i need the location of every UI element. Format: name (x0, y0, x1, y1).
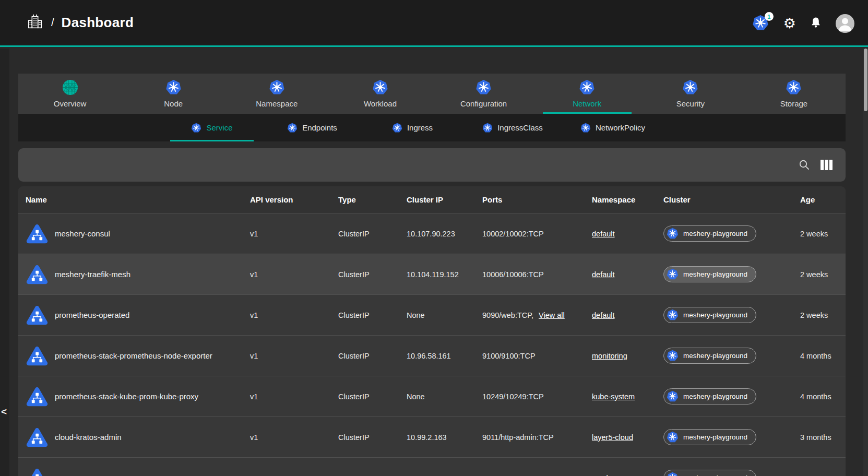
kubernetes-icon (667, 268, 679, 280)
age-cell: 4 months (800, 392, 846, 401)
cluster-chip[interactable]: meshery-playground (663, 388, 756, 404)
subtab-endpoints[interactable]: Endpoints (262, 114, 362, 141)
kubernetes-icon (667, 350, 679, 362)
tab-storage[interactable]: Storage (742, 74, 846, 114)
column-header-name[interactable]: Name (18, 195, 250, 204)
cluster-chip[interactable]: meshery-playground (663, 348, 756, 364)
service-type: ClusterIP (338, 230, 407, 238)
column-header-age[interactable]: Age (800, 195, 846, 204)
tab-workload[interactable]: Workload (328, 74, 432, 114)
column-header-type[interactable]: Type (338, 195, 407, 204)
table-row[interactable]: meshery-traefik-mesh v1 ClusterIP 10.104… (18, 254, 846, 294)
view-all-link[interactable]: View all (539, 311, 565, 319)
table-toolbar (18, 148, 846, 182)
service-type: ClusterIP (338, 392, 407, 401)
kubernetes-icon (482, 123, 493, 133)
cluster-name: meshery-playground (683, 352, 747, 360)
cluster-ip: None (407, 392, 482, 401)
table-row[interactable]: prometheus-stack-kube-prom-kube-proxy v1… (18, 376, 846, 416)
service-icon (26, 264, 49, 285)
service-name: meshery-traefik-mesh (55, 270, 130, 279)
cluster-name: meshery-playground (683, 392, 747, 400)
kubernetes-icon (372, 79, 388, 96)
subtab-ingress[interactable]: Ingress (362, 114, 462, 141)
table-row[interactable]: prometheus-stack-prometheus-node-exporte… (18, 335, 846, 376)
service-icon (26, 305, 49, 326)
kubernetes-icon (287, 123, 298, 133)
service-name: meshery-consul (55, 229, 110, 238)
namespace-link[interactable]: default (592, 230, 615, 238)
service-icon (26, 468, 49, 476)
subtab-ingressclass[interactable]: IngressClass (462, 114, 563, 141)
table-row[interactable]: meshery-consul v1 ClusterIP 10.107.90.22… (18, 213, 846, 254)
ports-cell: 9090/web:TCP,View all (482, 311, 592, 319)
tab-namespace[interactable]: Namespace (225, 74, 328, 114)
service-type: ClusterIP (338, 311, 407, 319)
kubernetes-icon (667, 390, 679, 402)
table-row[interactable]: prometheus-operated v1 ClusterIP None 90… (18, 294, 846, 335)
kubernetes-icon (667, 472, 679, 476)
service-icon (26, 427, 49, 448)
kubernetes-icon (392, 123, 402, 133)
cluster-name: meshery-playground (683, 433, 747, 441)
namespace-link[interactable]: meshery (592, 474, 621, 476)
subtab-service[interactable]: Service (162, 114, 262, 141)
table-row[interactable]: cloud-kratos-admin v1 ClusterIP 10.99.2.… (18, 416, 846, 457)
namespace-link[interactable]: kube-system (592, 392, 635, 401)
cluster-ip: 10.99.2.163 (407, 433, 482, 442)
ports-cell: 9011/http-admin:TCP (482, 433, 592, 442)
column-header-ports[interactable]: Ports (482, 195, 592, 204)
kubernetes-icon (269, 79, 285, 96)
kubernetes-icon (667, 431, 679, 443)
kubernetes-icon (667, 228, 679, 240)
scrollbar-thumb[interactable] (864, 49, 867, 111)
kubernetes-icon (579, 79, 595, 96)
search-icon[interactable] (798, 159, 811, 172)
cluster-chip[interactable]: meshery-playground (663, 429, 756, 445)
age-cell: 3 months (800, 433, 846, 442)
subtab-networkpolicy[interactable]: NetworkPolicy (563, 114, 663, 141)
namespace-link[interactable]: default (592, 311, 615, 319)
namespace-link[interactable]: monitoring (592, 352, 627, 360)
column-header-namespace[interactable]: Namespace (592, 195, 663, 204)
cluster-chip[interactable]: meshery-playground (663, 307, 756, 323)
kubernetes-icon (682, 79, 698, 96)
cluster-chip[interactable]: meshery-playground (663, 470, 756, 476)
tab-network[interactable]: Network (536, 74, 639, 114)
ports-value: 10249/10249:TCP (482, 392, 544, 401)
tab-security[interactable]: Security (639, 74, 742, 114)
ports-value: 10002/10002:TCP (482, 230, 544, 238)
ports-cell: 10002/10002:TCP (482, 230, 592, 238)
kubernetes-icon (786, 79, 802, 96)
collapse-chevron-icon[interactable]: < (1, 406, 7, 418)
cluster-ip: 10.107.90.223 (407, 230, 482, 238)
cluster-ip: 10.96.58.161 (407, 352, 482, 360)
cluster-chip[interactable]: meshery-playground (663, 266, 756, 282)
api-version: v1 (250, 230, 338, 238)
table-row[interactable]: meshery meshery-playground (18, 457, 846, 476)
service-type: ClusterIP (338, 270, 407, 279)
cluster-ip: 10.104.119.152 (407, 270, 482, 279)
tab-node[interactable]: Node (122, 74, 225, 114)
api-version: v1 (250, 392, 338, 401)
kubernetes-icon (191, 123, 201, 133)
namespace-link[interactable]: layer5-cloud (592, 433, 633, 442)
api-version: v1 (250, 311, 338, 319)
ports-cell: 9100/9100:TCP (482, 352, 592, 360)
tab-configuration[interactable]: Configuration (432, 74, 536, 114)
meshery-icon (62, 79, 78, 96)
service-type: ClusterIP (338, 352, 407, 360)
view-columns-icon[interactable] (820, 159, 833, 172)
namespace-link[interactable]: default (592, 270, 615, 279)
kubernetes-icon (165, 79, 182, 96)
cluster-name: meshery-playground (683, 474, 747, 476)
service-name: prometheus-stack-kube-prom-kube-proxy (55, 392, 198, 401)
service-icon (26, 386, 49, 407)
tab-overview[interactable]: Overview (18, 74, 122, 114)
column-header-cluster-ip[interactable]: Cluster IP (407, 195, 482, 204)
column-header-api-version[interactable]: API version (250, 195, 338, 204)
column-header-cluster[interactable]: Cluster (663, 195, 800, 204)
cluster-chip[interactable]: meshery-playground (663, 225, 756, 242)
cluster-name: meshery-playground (683, 270, 747, 278)
ports-value: 9100/9100:TCP (482, 352, 536, 360)
